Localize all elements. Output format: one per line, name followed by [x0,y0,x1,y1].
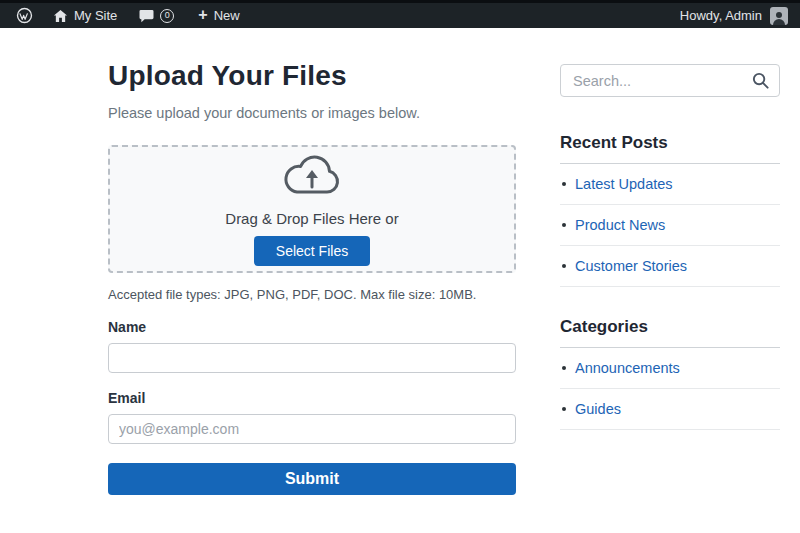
cloud-upload-icon [282,153,342,201]
search-box [560,64,780,97]
search-icon[interactable] [751,71,770,94]
bullet-icon [562,366,566,370]
recent-posts-title: Recent Posts [560,133,780,164]
recent-post-link[interactable]: Latest Updates [575,176,673,192]
file-requirements-note: Accepted file types: JPG, PNG, PDF, DOC.… [108,287,516,302]
list-item: Latest Updates [560,164,780,205]
name-field[interactable] [108,343,516,373]
select-files-button[interactable]: Select Files [254,236,370,266]
list-item: Announcements [560,348,780,389]
main-column: Upload Your Files Please upload your doc… [108,60,516,495]
wordpress-logo-icon [16,7,33,24]
page-content: Upload Your Files Please upload your doc… [0,28,800,495]
home-icon [53,9,68,23]
user-avatar[interactable] [770,7,788,25]
sidebar: Recent Posts Latest Updates Product News… [560,60,780,495]
recent-posts-list: Latest Updates Product News Customer Sto… [560,164,780,287]
admin-bar-comments-button[interactable]: 0 [133,3,180,28]
comment-icon [139,9,154,23]
email-field[interactable] [108,414,516,444]
search-input[interactable] [560,64,780,97]
bullet-icon [562,223,566,227]
list-item: Customer Stories [560,246,780,287]
admin-bar-new-button[interactable]: + New [192,3,245,28]
bullet-icon [562,407,566,411]
admin-bar: My Site 0 + New Howdy, Admin [0,3,800,28]
email-label: Email [108,390,516,406]
admin-bar-site-label: My Site [74,8,117,23]
wordpress-menu-button[interactable] [10,3,39,28]
name-label: Name [108,319,516,335]
page-title: Upload Your Files [108,60,516,92]
howdy-text: Howdy, Admin [680,8,762,23]
file-dropzone[interactable]: Drag & Drop Files Here or Select Files [108,145,516,273]
list-item: Guides [560,389,780,430]
admin-bar-site-link[interactable]: My Site [47,3,123,28]
recent-post-link[interactable]: Customer Stories [575,258,687,274]
bullet-icon [562,264,566,268]
categories-title: Categories [560,317,780,348]
page-subtitle: Please upload your documents or images b… [108,105,516,121]
plus-icon: + [198,7,207,23]
recent-post-link[interactable]: Product News [575,217,665,233]
dropzone-text: Drag & Drop Files Here or [225,210,398,227]
comment-count-badge: 0 [160,9,174,23]
categories-list: Announcements Guides [560,348,780,430]
admin-bar-new-label: New [214,8,240,23]
bullet-icon [562,182,566,186]
category-link[interactable]: Guides [575,401,621,417]
submit-button[interactable]: Submit [108,463,516,495]
category-link[interactable]: Announcements [575,360,680,376]
list-item: Product News [560,205,780,246]
